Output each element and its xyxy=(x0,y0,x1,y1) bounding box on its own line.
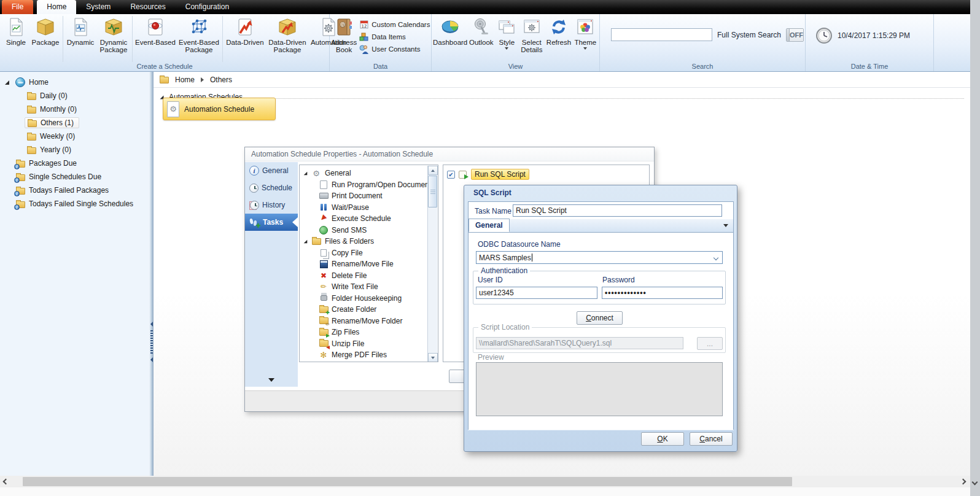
clock-icon xyxy=(815,27,833,44)
task-item[interactable]: ✏Rename/Move Folder xyxy=(303,316,426,327)
nav-item-history[interactable]: History xyxy=(245,196,298,214)
group-label-datetime: Date & Time xyxy=(806,62,933,71)
automation-schedule-item[interactable]: ⚙ Automation Schedule xyxy=(163,98,276,120)
tab-configuration[interactable]: Configuration xyxy=(176,0,239,14)
user-id-label: User ID xyxy=(478,276,503,284)
folder-icon xyxy=(28,120,37,127)
svg-text:@: @ xyxy=(340,22,345,28)
vertical-scrollbar[interactable] xyxy=(970,0,980,496)
dashboard-button[interactable]: Dashboard xyxy=(433,16,467,60)
task-item[interactable]: ✏Write Text File xyxy=(303,281,426,293)
nav-overflow-button[interactable] xyxy=(245,378,298,382)
tab-resources[interactable]: Resources xyxy=(120,0,175,14)
single-button[interactable]: Single xyxy=(2,16,29,60)
theme-button[interactable]: Theme xyxy=(573,16,598,60)
scroll-down-button[interactable] xyxy=(428,353,438,362)
scroll-down-icon[interactable] xyxy=(972,479,978,486)
refresh-button[interactable]: Refresh xyxy=(545,16,572,60)
task-item[interactable]: Wait/Pause xyxy=(303,202,426,214)
select-details-button[interactable]: Select Details xyxy=(518,16,545,60)
tree-node-yearly[interactable]: Yearly (0) xyxy=(0,143,149,157)
task-item[interactable]: Rename/Move File xyxy=(303,258,426,270)
tab-system[interactable]: System xyxy=(76,0,120,14)
task-item[interactable]: Copy File xyxy=(303,247,426,259)
tree-node-weekly[interactable]: Weekly (0) xyxy=(0,130,149,143)
data-items-button[interactable]: Data Items xyxy=(357,31,432,43)
svg-text:12: 12 xyxy=(362,24,367,29)
data-driven-package-button[interactable]: Data-Driven Package xyxy=(266,16,309,60)
task-item[interactable]: ✖Delete File xyxy=(303,270,426,282)
custom-calendars-button[interactable]: 12 Custom Calendars xyxy=(357,18,432,31)
tree-node-others-selected[interactable]: Others (1) xyxy=(0,116,149,130)
splitter-collapse-icon[interactable] xyxy=(150,322,153,327)
run-sql-script-task[interactable]: ✔ Run SQL Script xyxy=(447,169,645,180)
tab-file[interactable]: File xyxy=(2,0,33,14)
task-item[interactable]: Print Document xyxy=(303,190,426,202)
outlook-button[interactable]: Outlook xyxy=(467,16,495,60)
expand-triangle-icon[interactable] xyxy=(304,239,308,243)
scroll-up-button[interactable] xyxy=(428,166,438,175)
dynamic-button[interactable]: Dynamic xyxy=(64,16,96,60)
nav-item-schedule[interactable]: Schedule xyxy=(245,179,298,196)
tree-node-home[interactable]: Home xyxy=(0,76,149,89)
folder-info-icon: i xyxy=(16,174,25,181)
splitter-collapse-icon[interactable] xyxy=(150,357,153,362)
task-item[interactable]: Zip Files xyxy=(303,327,426,338)
tab-home[interactable]: Home xyxy=(37,0,76,14)
tree-node-packages-due[interactable]: i Packages Due xyxy=(0,157,149,170)
create-folder-icon: ✚ xyxy=(319,304,329,314)
task-group-files-folders[interactable]: Files & Folders xyxy=(303,236,426,247)
expand-triangle-icon[interactable] xyxy=(5,80,9,85)
expand-triangle-icon[interactable] xyxy=(304,171,308,175)
tab-general[interactable]: General xyxy=(469,219,510,232)
cancel-button[interactable]: Cancel xyxy=(690,432,733,446)
tree-node-monthly[interactable]: Monthly (0) xyxy=(0,103,149,116)
password-input[interactable]: ••••••••••••• xyxy=(602,287,723,299)
user-id-input[interactable]: user12345 xyxy=(476,287,597,299)
tree-node-single-schedules-due[interactable]: i Single Schedules Due xyxy=(0,170,149,184)
address-book-button[interactable]: @ Address Book xyxy=(331,16,357,60)
tree-node-todays-failed-packages[interactable]: i Todays Failed Packages xyxy=(0,184,149,197)
checked-checkbox-icon[interactable]: ✔ xyxy=(447,171,455,179)
horizontal-scrollbar-thumb[interactable] xyxy=(23,477,792,486)
event-based-package-button[interactable]: Event-Based Package xyxy=(177,16,221,60)
breadcrumb-current[interactable]: Others xyxy=(210,76,232,84)
full-system-search-label: Full System Search xyxy=(717,31,781,39)
ok-button[interactable]: OK xyxy=(641,432,684,446)
task-tree-scrollbar[interactable] xyxy=(427,166,437,362)
nav-item-tasks[interactable]: ✚ Tasks xyxy=(245,214,298,231)
package-button[interactable]: Package xyxy=(29,16,61,60)
splitter-grip[interactable] xyxy=(150,322,153,362)
task-name-input[interactable]: Run SQL Script xyxy=(513,204,722,217)
scrollbar-thumb[interactable] xyxy=(428,176,437,207)
sidebar-splitter[interactable] xyxy=(149,72,154,476)
tab-dropdown-icon[interactable] xyxy=(723,224,728,227)
task-item[interactable]: ✻Merge PDF Files xyxy=(303,349,426,361)
combo-chevron-icon[interactable] xyxy=(714,255,718,260)
nav-item-general[interactable]: i General xyxy=(245,162,298,179)
tree-node-todays-failed-single-schedules[interactable]: i Todays Failed Single Schedules xyxy=(0,197,149,211)
sql-dialog-title: SQL Script xyxy=(464,185,737,201)
ribbon-group-create-schedule: Single Package Dynamic Dynamic Package xyxy=(0,14,330,71)
task-item[interactable]: Unzip File xyxy=(303,338,426,350)
task-item[interactable]: Folder Housekeeping xyxy=(303,293,426,304)
task-item[interactable]: Run Program/Open Document xyxy=(303,179,426,191)
merge-pdf-icon: ✻ xyxy=(319,350,329,360)
gear-icon: ⚙ xyxy=(311,168,321,178)
breadcrumb-home[interactable]: Home xyxy=(175,76,195,84)
full-system-search-toggle[interactable]: OFF xyxy=(786,28,804,42)
user-constants-button[interactable]: User Constants xyxy=(357,43,432,55)
event-based-button[interactable]: Event-Based xyxy=(134,16,177,60)
full-system-search-input[interactable] xyxy=(611,28,712,41)
task-item[interactable]: ▶Execute Schedule xyxy=(303,213,426,225)
dynamic-package-button[interactable]: Dynamic Package xyxy=(96,16,131,60)
task-group-general[interactable]: ⚙ General xyxy=(303,168,426,179)
tree-node-daily[interactable]: Daily (0) xyxy=(0,89,149,103)
odbc-datasource-combo[interactable]: MARS Samples xyxy=(476,251,723,264)
task-item[interactable]: Send SMS xyxy=(303,225,426,236)
task-item[interactable]: ✚Create Folder xyxy=(303,304,426,316)
style-button[interactable]: Style xyxy=(495,16,518,60)
data-driven-button[interactable]: Data-Driven xyxy=(224,16,266,60)
connect-button[interactable]: Connect xyxy=(577,311,623,325)
sql-dialog-body: Task Name Run SQL Script General ODBC Da… xyxy=(468,201,734,430)
